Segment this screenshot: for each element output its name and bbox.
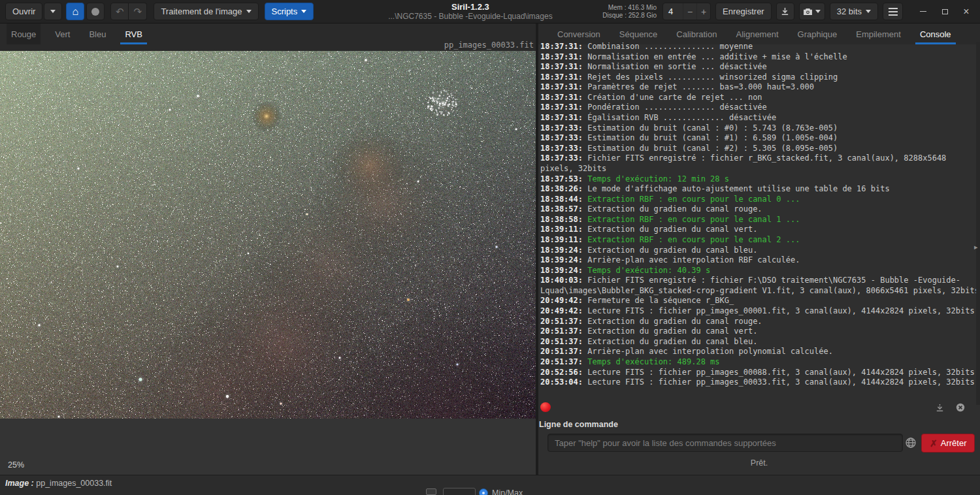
console-line: 18:39:24: Temps d'exécution: 40.39 s bbox=[540, 266, 979, 276]
console-line: 20:49:42: Lecture FITS : fichier pp_imag… bbox=[540, 306, 979, 317]
open-options-button[interactable] bbox=[44, 3, 62, 20]
console-line: 18:37:31: Normalisation en sortie ... dé… bbox=[540, 62, 979, 72]
tab-label: Empilement bbox=[856, 29, 901, 39]
console-line: 18:38:26: Le mode d'affichage auto-ajust… bbox=[540, 184, 979, 195]
image-panel-background bbox=[0, 419, 536, 475]
titlebar: Ouvrir ⌂ ↶ ↷ Traitement de l'image Scrip… bbox=[0, 0, 980, 24]
hamburger-menu-button[interactable] bbox=[883, 3, 903, 20]
online-help-button[interactable] bbox=[903, 435, 919, 451]
console-line: 20:53:04: Lecture FITS : fichier pp_imag… bbox=[540, 377, 979, 388]
command-input[interactable] bbox=[547, 434, 903, 452]
console-line: 18:37:33: Estimation du bruit (canal : #… bbox=[540, 133, 979, 144]
console-line: 18:37:33: Estimation du bruit (canal : #… bbox=[540, 123, 979, 134]
snapshot-button[interactable] bbox=[799, 3, 825, 20]
open-button[interactable]: Ouvrir bbox=[5, 3, 42, 20]
console-line: 18:38:57: Extraction du gradien du canal… bbox=[540, 204, 979, 215]
stop-x-icon: ✗ bbox=[930, 438, 938, 449]
window-title-area: Siril-1.2.3 ...\NGC7635 - Bubble -Evogui… bbox=[330, 0, 611, 24]
console-log[interactable]: 18:37:31: Combinaison ............... mo… bbox=[540, 42, 979, 400]
chevron-down-icon bbox=[50, 10, 56, 13]
tab-label: Bleu bbox=[89, 29, 106, 39]
home-icon: ⌂ bbox=[73, 7, 79, 16]
minus-button[interactable]: − bbox=[683, 3, 696, 20]
record-button[interactable] bbox=[86, 3, 105, 20]
minimize-button[interactable] bbox=[915, 3, 932, 20]
export-log-button[interactable] bbox=[932, 400, 947, 415]
console-line: 18:37:33: Estimation du bruit (canal : #… bbox=[540, 144, 979, 154]
save-as-button[interactable] bbox=[776, 3, 794, 20]
console-line: 20:52:56: Lecture FITS : fichier pp_imag… bbox=[540, 368, 979, 378]
record-circle-icon bbox=[91, 8, 99, 16]
console-line: 20:51:37: Extraction du gradien du canal… bbox=[540, 327, 979, 337]
bit-depth-selector[interactable]: 32 bits bbox=[830, 3, 878, 20]
panel-expander-arrow[interactable]: ▸ bbox=[974, 243, 978, 251]
window-title: Siril-1.2.3 bbox=[330, 2, 611, 12]
console-line: 18:39:11: Extraction du gradien du canal… bbox=[540, 225, 979, 235]
undo-arrow-icon: ↶ bbox=[116, 6, 124, 18]
plus-button[interactable]: + bbox=[696, 3, 710, 20]
home-button[interactable]: ⌂ bbox=[66, 3, 84, 20]
clear-console-button[interactable] bbox=[953, 400, 968, 415]
image-info-filename: pp_images_00033.fit bbox=[36, 479, 112, 488]
console-line: 18:37:31: Rejet des pixels .......... wi… bbox=[540, 72, 979, 83]
console-line: 20:51:37: Extraction du gradien du canal… bbox=[540, 317, 979, 327]
minimize-icon bbox=[920, 11, 926, 12]
image-processing-label: Traitement de l'image bbox=[161, 7, 242, 16]
tab-label: Calibration bbox=[676, 29, 717, 39]
export-log-icon bbox=[935, 403, 945, 413]
redo-arrow-icon: ↷ bbox=[134, 6, 142, 18]
zoom-level-label: 25% bbox=[8, 460, 24, 470]
console-line: 18:40:03: Fichier FITS enregistré : fich… bbox=[540, 276, 979, 296]
globe-icon bbox=[905, 437, 917, 449]
tab-label: Vert bbox=[55, 29, 70, 39]
window-subtitle-path: ...\NGC7635 - Bubble -Evoguide-Lquad\ima… bbox=[330, 12, 611, 22]
tab-label: Console bbox=[920, 29, 951, 39]
console-line: 18:38:58: Extraction RBF : en cours pour… bbox=[540, 215, 979, 225]
undo-button[interactable]: ↶ bbox=[110, 3, 129, 20]
chevron-down-icon bbox=[866, 10, 871, 13]
console-scrollbar[interactable] bbox=[976, 42, 980, 405]
command-line-label: Ligne de commande bbox=[539, 420, 618, 429]
stop-button[interactable]: ✗ Arrêter bbox=[921, 434, 975, 453]
starfield-image[interactable] bbox=[0, 51, 536, 419]
close-icon: × bbox=[963, 6, 969, 18]
tab-label: Graphique bbox=[798, 29, 838, 39]
undo-redo-group: ↶ ↷ bbox=[110, 3, 147, 20]
console-line: 18:37:53: Temps d'exécution: 12 min 28 s bbox=[540, 174, 979, 185]
ready-status: Prêt. bbox=[538, 458, 980, 468]
chevron-down-icon bbox=[301, 10, 306, 13]
console-line: 20:51:37: Temps d'exécution: 489.28 ms bbox=[540, 357, 979, 368]
minmax-radio[interactable] bbox=[479, 488, 488, 495]
display-mode-icon[interactable] bbox=[426, 488, 436, 495]
tab-label: Conversion bbox=[557, 29, 600, 39]
console-line: 18:37:31: Paramètres de rejet ....... ba… bbox=[540, 82, 979, 93]
image-filename-overlay: pp_images_00033.fit bbox=[0, 40, 534, 50]
console-line: 18:39:24: Arrière-plan avec interpolatio… bbox=[540, 255, 979, 266]
console-line: 18:38:44: Extraction RBF : en cours pour… bbox=[540, 195, 979, 205]
close-button[interactable]: × bbox=[958, 3, 975, 20]
console-line: 20:51:37: Extraction du gradien du canal… bbox=[540, 337, 979, 347]
console-line: 20:49:42: Fermeture de la séquence r_BKG… bbox=[540, 296, 979, 306]
save-button[interactable]: Enregistrer bbox=[715, 3, 772, 20]
thread-count-spinner[interactable]: 4 − + bbox=[662, 3, 711, 20]
clear-icon bbox=[955, 402, 966, 413]
scripts-label: Scripts bbox=[272, 7, 298, 16]
statusbar: Image : pp_images_00033.fit Min/Max bbox=[0, 475, 980, 495]
console-line: 18:39:24: Extraction du gradien du canal… bbox=[540, 246, 979, 256]
restore-button[interactable] bbox=[936, 3, 953, 20]
scripts-menu-button[interactable]: Scripts bbox=[265, 3, 314, 20]
display-value-box[interactable] bbox=[443, 488, 476, 495]
console-line: 18:37:31: Normalisation en entrée ... ad… bbox=[540, 52, 979, 63]
stop-label: Arrêter bbox=[941, 438, 967, 448]
current-image-info: Image : pp_images_00033.fit bbox=[5, 479, 112, 488]
chevron-down-icon bbox=[246, 10, 252, 13]
image-info-prefix: Image : bbox=[5, 479, 34, 488]
redo-button[interactable]: ↷ bbox=[129, 3, 147, 20]
console-line: 18:39:11: Extraction RBF : en cours pour… bbox=[540, 235, 979, 246]
bit-depth-label: 32 bits bbox=[837, 7, 862, 16]
console-line: 18:37:31: Création d'une carte de rejet … bbox=[540, 93, 979, 103]
hamburger-icon bbox=[889, 8, 898, 16]
console-line: 18:37:31: Pondération ............... dé… bbox=[540, 103, 979, 113]
camera-icon bbox=[803, 8, 813, 16]
image-processing-menu-button[interactable]: Traitement de l'image bbox=[154, 3, 258, 20]
